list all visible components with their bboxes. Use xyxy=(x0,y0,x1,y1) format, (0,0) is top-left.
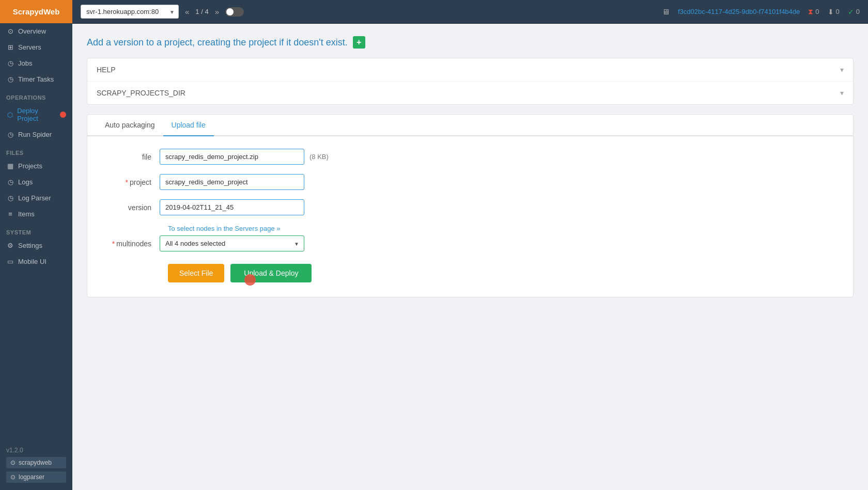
version-label: version xyxy=(108,203,160,212)
log-parser-icon: ◷ xyxy=(6,194,14,202)
project-input[interactable] xyxy=(160,174,304,190)
sidebar-item-deploy-project[interactable]: ⬡ Deploy Project xyxy=(0,103,72,127)
sidebar-item-servers[interactable]: ⊞ Servers xyxy=(0,39,72,55)
multinodes-required: * xyxy=(112,240,115,248)
overview-icon: ⊙ xyxy=(6,27,14,35)
sidebar-files-section: Files ▦ Projects ◷ Logs ◷ Log Parser ≡ I… xyxy=(0,143,72,222)
sidebar-footer: v1.2.0 ⊙ scrapydweb ⊙ logparser xyxy=(0,441,72,490)
form-body: file (8 KB) *project version xyxy=(87,136,853,297)
multinodes-label: *multinodes xyxy=(108,240,160,248)
page-heading-text: Add a version to a project, creating the… xyxy=(87,37,348,48)
active-dot xyxy=(60,112,66,118)
next-arrow[interactable]: » xyxy=(215,7,219,16)
file-label: file xyxy=(108,153,160,161)
mobile-ui-icon: ▭ xyxy=(6,258,14,265)
plus-button[interactable]: + xyxy=(353,36,365,49)
github-scrapydweb-btn[interactable]: ⊙ scrapydweb xyxy=(6,457,66,468)
settings-icon: ⚙ xyxy=(6,242,14,249)
sidebar-item-projects[interactable]: ▦ Projects xyxy=(0,158,72,174)
sidebar-item-overview[interactable]: ⊙ Overview xyxy=(0,23,72,39)
scrapy-dir-chevron: ▾ xyxy=(840,89,844,97)
items-icon: ≡ xyxy=(6,210,14,218)
multinodes-select[interactable]: All 4 nodes selected xyxy=(160,235,304,251)
help-collapsible[interactable]: HELP ▾ xyxy=(87,58,853,82)
multinodes-link[interactable]: To select nodes in the Servers page » xyxy=(168,225,832,232)
tab-upload-file[interactable]: Upload file xyxy=(163,115,214,136)
sidebar-item-timer-tasks[interactable]: ◷ Timer Tasks xyxy=(0,71,72,87)
system-section-title: System xyxy=(0,222,72,238)
form-card: Auto packaging Upload file file (8 KB) *… xyxy=(87,114,854,297)
version-label: v1.2.0 xyxy=(6,447,23,454)
prev-arrow[interactable]: « xyxy=(185,7,189,16)
github-logparser-btn[interactable]: ⊙ logparser xyxy=(6,471,66,483)
upload-deploy-button[interactable]: Upload & Deploy xyxy=(230,264,312,282)
sidebar-item-settings[interactable]: ⚙ Settings xyxy=(0,238,72,254)
multinodes-row: *multinodes All 4 nodes selected xyxy=(108,235,832,251)
timer-tasks-icon: ◷ xyxy=(6,75,14,83)
nav-arrows: « xyxy=(185,7,189,16)
check-icon: ✓ xyxy=(848,8,854,16)
hourglass-icon: ⧗ xyxy=(808,7,813,16)
topbar-stat-down: ⬇ 0 xyxy=(828,8,840,16)
jobs-icon: ◷ xyxy=(6,59,14,67)
click-indicator-dot xyxy=(244,274,256,286)
content: Add a version to a project, creating the… xyxy=(72,24,868,490)
sidebar: ScrapydWeb ⊙ Overview ⊞ Servers ◷ Jobs ◷… xyxy=(0,0,72,490)
projects-icon: ▦ xyxy=(6,162,14,170)
project-label: *project xyxy=(108,178,160,186)
github-icon-1: ⊙ xyxy=(10,459,16,466)
project-row: *project xyxy=(108,174,832,190)
page-heading: Add a version to a project, creating the… xyxy=(87,36,854,49)
file-input[interactable] xyxy=(160,149,304,165)
monitor-icon: 🖥 xyxy=(662,7,670,16)
run-spider-icon: ◷ xyxy=(6,131,14,138)
topbar-stat-check: ✓ 0 xyxy=(848,8,860,16)
sidebar-system-section: System ⚙ Settings ▭ Mobile UI xyxy=(0,222,72,270)
topbar: svr-1.herokuapp.com:80 « 1 / 4 » 🖥 f3cd0… xyxy=(72,0,868,24)
multinodes-select-wrap: All 4 nodes selected xyxy=(160,235,304,251)
collapsible-card: HELP ▾ SCRAPY_PROJECTS_DIR ▾ xyxy=(87,58,854,105)
sidebar-overview-section: ⊙ Overview xyxy=(0,23,72,39)
scrapy-projects-dir-collapsible[interactable]: SCRAPY_PROJECTS_DIR ▾ xyxy=(87,82,853,104)
next-arrow-wrap: » xyxy=(215,7,219,16)
scrapy-projects-dir-label: SCRAPY_PROJECTS_DIR xyxy=(97,89,185,97)
sidebar-item-logs[interactable]: ◷ Logs xyxy=(0,174,72,190)
files-section-title: Files xyxy=(0,143,72,158)
page-indicator: 1 / 4 xyxy=(195,8,208,15)
operations-section-title: Operations xyxy=(0,87,72,103)
topbar-stat-timer: ⧗ 0 xyxy=(808,7,819,16)
sidebar-no-title-section: ⊞ Servers ◷ Jobs ◷ Timer Tasks xyxy=(0,39,72,87)
version-row: version xyxy=(108,199,832,215)
download-icon: ⬇ xyxy=(828,8,834,16)
main: svr-1.herokuapp.com:80 « 1 / 4 » 🖥 f3cd0… xyxy=(72,0,868,490)
sidebar-item-run-spider[interactable]: ◷ Run Spider xyxy=(0,127,72,143)
toggle-switch[interactable] xyxy=(225,7,244,17)
version-input[interactable] xyxy=(160,199,304,215)
sidebar-item-mobile-ui[interactable]: ▭ Mobile UI xyxy=(0,254,72,270)
help-chevron: ▾ xyxy=(840,66,844,74)
sidebar-item-jobs[interactable]: ◷ Jobs xyxy=(0,55,72,71)
sidebar-item-items[interactable]: ≡ Items xyxy=(0,206,72,222)
servers-icon: ⊞ xyxy=(6,43,14,51)
multinodes-section: To select nodes in the Servers page » *m… xyxy=(108,225,832,251)
deploy-project-icon: ⬡ xyxy=(6,111,13,119)
button-row: Select File Upload & Deploy xyxy=(168,261,832,282)
tab-auto-packaging[interactable]: Auto packaging xyxy=(97,115,163,136)
sidebar-operations-section: Operations ⬡ Deploy Project ◷ Run Spider xyxy=(0,87,72,143)
server-select[interactable]: svr-1.herokuapp.com:80 xyxy=(81,5,179,19)
file-size: (8 KB) xyxy=(309,153,329,161)
tab-bar: Auto packaging Upload file xyxy=(87,115,853,136)
topbar-right: 🖥 f3cd02bc-4117-4d25-9db0-f74101f4b4de ⧗… xyxy=(662,7,860,16)
sidebar-item-log-parser[interactable]: ◷ Log Parser xyxy=(0,190,72,206)
file-row: file (8 KB) xyxy=(108,149,832,165)
server-select-wrap: svr-1.herokuapp.com:80 xyxy=(81,5,179,19)
node-link[interactable]: f3cd02bc-4117-4d25-9db0-f74101f4b4de xyxy=(678,8,800,15)
logs-icon: ◷ xyxy=(6,178,14,186)
help-label: HELP xyxy=(97,66,116,74)
project-required: * xyxy=(126,178,128,186)
sidebar-logo: ScrapydWeb xyxy=(0,0,72,23)
select-file-button[interactable]: Select File xyxy=(168,264,224,282)
github-icon-2: ⊙ xyxy=(10,473,16,481)
